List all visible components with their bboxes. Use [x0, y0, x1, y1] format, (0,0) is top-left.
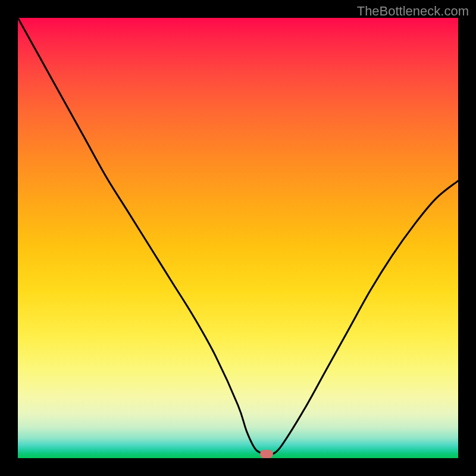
optimal-marker-icon: [260, 450, 273, 458]
bottleneck-curve: [18, 18, 458, 458]
watermark-text: TheBottleneck.com: [357, 4, 469, 19]
plot-area: [18, 18, 458, 458]
